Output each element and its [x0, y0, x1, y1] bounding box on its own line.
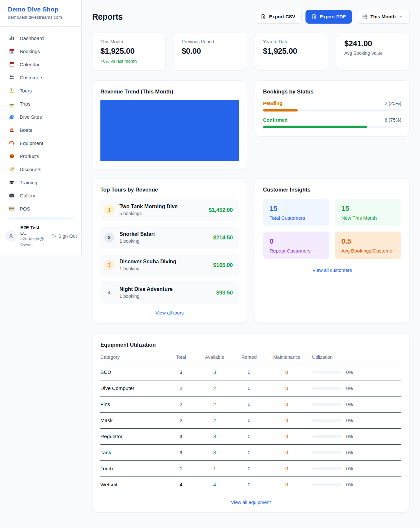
user-panel: E2E Test U... e2e-tester@... Owner Sign … — [0, 220, 81, 255]
sidebar-item-products[interactable]: Products — [4, 150, 77, 162]
sidebar-item-label: Discounts — [20, 167, 41, 172]
stat-card-avg-booking-value: $241.00 Avg Booking Value — [336, 32, 410, 71]
metric-avg-bookings-customer: 0.5 Avg Bookings/Customer — [335, 232, 401, 259]
stat-card-year-to-date: Year to Date $1,925.00 — [255, 32, 328, 71]
sidebar-item-label: Equipment — [20, 140, 43, 146]
column-header: Maintenance — [265, 355, 308, 364]
export-csv-button[interactable]: Export CSV — [255, 10, 302, 24]
user-name: E2E Test U... — [20, 225, 48, 236]
sidebar-item-customers[interactable]: Customers — [4, 71, 77, 84]
column-header: Available — [197, 355, 233, 364]
cell-total: 3 — [165, 429, 197, 445]
cell-total: 4 — [165, 477, 197, 493]
view-all-tours-link[interactable]: View all tours — [100, 310, 239, 315]
sidebar-item-discounts[interactable]: Discounts — [4, 163, 77, 175]
sidebar-item-equipment[interactable]: Equipment — [4, 137, 77, 149]
cell-maintenance: 0 — [265, 413, 308, 429]
tour-row: 4 Night Dive Adventure 1 booking $93.50 — [100, 281, 239, 304]
metric-value: 15 — [341, 204, 395, 213]
customer-insights-card: Customer Insights 15 Total Customers 15 … — [255, 178, 410, 324]
cell-available: 2 — [197, 396, 233, 413]
utilization-bar — [312, 483, 342, 486]
stat-value: $0.00 — [182, 47, 239, 56]
revenue-trend-title: Revenue Trend (This Month) — [100, 89, 239, 95]
period-dropdown[interactable]: This Month — [356, 10, 410, 24]
sidebar-item-label: Tours — [20, 88, 32, 93]
cell-total: 2 — [165, 413, 197, 429]
utilization-percent: 0% — [346, 418, 353, 423]
metric-label: Repeat Customers — [270, 248, 323, 254]
shop-domain: demo.test.divestreams.com — [8, 15, 74, 20]
utilization-bar — [312, 419, 342, 422]
cell-category: Mask — [100, 413, 165, 429]
progress-track — [263, 126, 402, 128]
metric-new-this-month: 15 New This Month — [335, 199, 401, 226]
table-row: Dive Computer 2 2 0 0 0% — [100, 380, 401, 396]
utilization-bar — [312, 451, 342, 454]
sidebar-item-boats[interactable]: Boats — [4, 124, 77, 136]
calendar-icon — [362, 14, 368, 19]
island-icon — [9, 88, 15, 93]
insights-grid: 15 Total Customers 15 New This Month 0 R… — [263, 199, 402, 259]
status-row-pending: Pending 2 (25%) — [263, 100, 402, 112]
sidebar-item-calendar[interactable]: Calendar — [4, 58, 77, 71]
cell-category: Tank — [100, 445, 165, 461]
sidebar-item-pos[interactable]: POS — [4, 202, 77, 215]
utilization-bar — [312, 435, 342, 438]
top-tours-card: Top Tours by Revenue 1 Two Tank Morning … — [92, 178, 247, 324]
utilization-percent: 0% — [346, 434, 353, 439]
column-header: Rented — [233, 355, 265, 364]
sidebar-item-gallery[interactable]: Gallery — [4, 189, 77, 202]
sidebar-item-bookings[interactable]: 17 Bookings — [4, 45, 77, 57]
cell-maintenance: 0 — [265, 445, 308, 461]
shop-name[interactable]: Demo Dive Shop — [8, 6, 74, 13]
sidebar-item-training[interactable]: Training — [4, 176, 77, 189]
sidebar-item-trips[interactable]: Trips — [4, 97, 77, 110]
equipment-table: Category Total Available Rented Maintena… — [100, 355, 401, 493]
tour-revenue: $165.00 — [213, 262, 233, 268]
utilization-percent: 0% — [346, 402, 353, 407]
sailboat-icon — [9, 127, 15, 133]
bar-chart-icon — [9, 35, 15, 41]
view-all-customers-link[interactable]: View all customers — [263, 268, 402, 273]
sidebar-item-tours[interactable]: Tours — [4, 84, 77, 97]
sign-out-icon — [51, 234, 56, 239]
export-pdf-label: Export PDF — [320, 14, 346, 19]
main-content: Reports Export CSV Export PDF This Month — [82, 0, 420, 528]
avatar — [5, 230, 17, 242]
export-pdf-button[interactable]: Export PDF — [305, 10, 352, 24]
table-row: Regulator 3 3 0 0 0% — [100, 429, 401, 445]
tour-revenue: $1,452.00 — [209, 207, 233, 213]
sign-out-button[interactable]: Sign Out — [51, 234, 77, 239]
cell-rented: 0 — [233, 429, 265, 445]
cell-maintenance: 0 — [265, 429, 308, 445]
utilization-percent: 0% — [346, 370, 353, 375]
rank-badge: 1 — [104, 205, 114, 215]
sidebar-item-dive-sites[interactable]: Dive Sites — [4, 111, 77, 123]
sidebar-nav: Dashboard 17 Bookings Calendar Customers… — [0, 27, 81, 220]
sidebar-item-label: Products — [20, 153, 39, 159]
view-all-equipment-link[interactable]: View all equipment — [100, 500, 401, 505]
tour-row: 1 Two Tank Morning Dive 5 bookings $1,45… — [100, 199, 239, 221]
status-label: Confirmed — [263, 117, 288, 123]
column-header: Total — [165, 355, 197, 364]
table-row: BCD 3 3 0 0 0% — [100, 364, 401, 380]
user-role: Owner — [20, 242, 48, 248]
cell-rented: 0 — [233, 445, 265, 461]
tours-list: 1 Two Tank Morning Dive 5 bookings $1,45… — [100, 199, 239, 304]
sidebar-item-label: Calendar — [20, 62, 40, 67]
sidebar-item-dashboard[interactable]: Dashboard — [4, 32, 77, 44]
utilization-percent: 0% — [346, 386, 353, 391]
bookings-by-status-card: Bookings by Status Pending 2 (25%) Confi… — [255, 80, 410, 136]
cell-maintenance: 0 — [265, 380, 308, 396]
column-header: Category — [100, 355, 165, 364]
tour-revenue: $93.50 — [216, 290, 233, 296]
credit-card-icon — [9, 206, 15, 212]
cell-available: 1 — [197, 461, 233, 477]
progress-fill — [263, 126, 367, 128]
sidebar-item-reports-partial[interactable] — [8, 217, 74, 220]
page-header: Reports Export CSV Export PDF This Month — [92, 10, 410, 24]
cell-available: 3 — [197, 364, 233, 380]
tour-row: 3 Discover Scuba Diving 1 booking $165.0… — [100, 254, 239, 276]
stat-label: Previous Period — [182, 39, 239, 44]
